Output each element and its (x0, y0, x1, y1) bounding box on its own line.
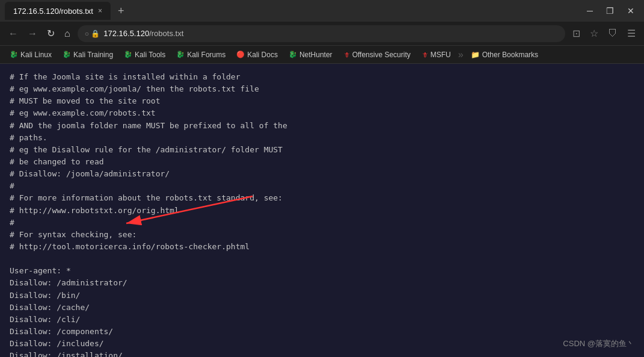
menu-btn[interactable]: ☰ (625, 28, 638, 39)
kali-linux-icon: 🐉 (10, 51, 18, 58)
bookmark-kali-docs[interactable]: 🔴 Kali Docs (232, 49, 283, 61)
content-area: # If the Joomla site is installed within… (0, 64, 644, 357)
bookmark-kali-training-label: Kali Training (73, 51, 113, 59)
title-bar: 172.16.5.120/robots.txt × + ─ ❐ ✕ (0, 0, 644, 22)
forward-btn[interactable]: → (25, 28, 40, 39)
robots-txt-content: # If the Joomla site is installed within… (10, 71, 634, 357)
home-btn[interactable]: ⌂ (62, 28, 73, 39)
folder-icon: 📁 (471, 51, 480, 59)
address-bar: ← → ↻ ⌂ ○ 🔒 172.16.5.120/robots.txt ⊡ ☆ … (0, 22, 644, 46)
bookmark-kali-forums-label: Kali Forums (187, 51, 225, 59)
watermark: CSDN @落寞的鱼丶 (563, 338, 634, 350)
reload-btn[interactable]: ↻ (44, 28, 57, 39)
bookmarks-separator: » (458, 49, 464, 60)
star-btn[interactable]: ☆ (587, 28, 601, 39)
security-icon: ○ 🔒 (85, 29, 100, 38)
bookmark-kali-linux-label: Kali Linux (20, 51, 52, 59)
kali-tools-icon: 🐉 (124, 51, 132, 58)
bookmark-kali-docs-label: Kali Docs (247, 51, 278, 59)
tab-close-btn[interactable]: × (98, 7, 102, 15)
bookmark-msfu[interactable]: 🗡 MSFU (417, 49, 456, 61)
msfu-icon: 🗡 (422, 51, 428, 58)
bookmark-nethunter[interactable]: 🐉 NetHunter (284, 49, 337, 61)
url-input[interactable]: ○ 🔒 172.16.5.120/robots.txt (78, 25, 565, 42)
kali-training-icon: 🐉 (63, 51, 71, 58)
bookmark-nethunter-label: NetHunter (299, 51, 333, 59)
reader-btn[interactable]: ⊡ (570, 28, 583, 39)
back-btn[interactable]: ← (6, 28, 20, 39)
active-tab[interactable]: 172.16.5.120/robots.txt × (5, 2, 111, 20)
toolbar-right: ⊡ ☆ ⛉ ☰ (570, 28, 638, 39)
bookmark-offensive-security[interactable]: 🗡 Offensive Security (339, 49, 416, 61)
kali-forums-icon: 🐉 (176, 51, 185, 58)
pocket-btn[interactable]: ⛉ (606, 28, 620, 39)
tab-title: 172.16.5.120/robots.txt (13, 7, 93, 16)
other-bookmarks-label: Other Bookmarks (482, 51, 538, 59)
bookmark-kali-tools[interactable]: 🐉 Kali Tools (119, 49, 170, 61)
bookmark-kali-forums[interactable]: 🐉 Kali Forums (171, 49, 230, 61)
offensive-security-icon: 🗡 (343, 51, 350, 58)
bookmarks-bar: 🐉 Kali Linux 🐉 Kali Training 🐉 Kali Tool… (0, 46, 644, 64)
bookmark-offensive-security-label: Offensive Security (352, 51, 411, 59)
window-controls: ─ ❐ ✕ (582, 6, 639, 16)
kali-docs-icon: 🔴 (236, 51, 245, 58)
new-tab-btn[interactable]: + (114, 5, 128, 17)
close-btn[interactable]: ✕ (622, 6, 639, 16)
watermark-text: CSDN @落寞的鱼丶 (563, 339, 634, 348)
minimize-btn[interactable]: ─ (582, 6, 598, 16)
tab-bar: 172.16.5.120/robots.txt × + (5, 2, 582, 20)
bookmark-kali-tools-label: Kali Tools (135, 51, 165, 59)
restore-btn[interactable]: ❐ (601, 6, 619, 16)
url-text: 172.16.5.120/robots.txt (103, 29, 183, 38)
other-bookmarks[interactable]: 📁 Other Bookmarks (466, 49, 543, 61)
bookmark-msfu-label: MSFU (431, 51, 451, 59)
nethunter-icon: 🐉 (289, 51, 297, 58)
bookmark-kali-linux[interactable]: 🐉 Kali Linux (5, 49, 57, 61)
bookmark-kali-training[interactable]: 🐉 Kali Training (58, 49, 118, 61)
